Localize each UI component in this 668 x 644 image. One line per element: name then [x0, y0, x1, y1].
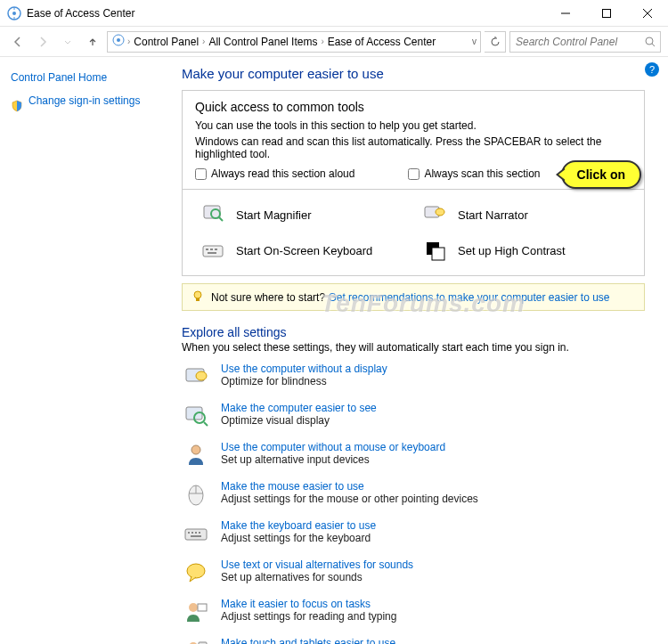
shield-icon — [11, 100, 23, 112]
svg-rect-40 — [191, 535, 201, 537]
main-panel: ? Make your computer easier to use Quick… — [178, 57, 668, 644]
narrator-icon — [422, 202, 447, 227]
app-icon — [7, 6, 21, 20]
svg-point-42 — [189, 603, 198, 612]
always-scan-checkbox[interactable]: Always scan this section — [408, 167, 540, 180]
svg-line-30 — [204, 422, 208, 426]
magnifier-icon — [200, 202, 225, 227]
svg-rect-36 — [188, 532, 190, 534]
page-title: Make your computer easier to use — [182, 66, 645, 81]
sidebar: Control Panel Home Change sign-in settin… — [0, 57, 178, 644]
breadcrumb-item[interactable]: Ease of Access Center — [326, 36, 437, 48]
mouse-icon — [182, 480, 210, 509]
setting-link[interactable]: Make the keyboard easier to use — [221, 519, 376, 532]
back-button[interactable] — [7, 31, 29, 53]
recommendations-link[interactable]: Get recommendations to make your compute… — [328, 291, 609, 304]
lightbulb-icon — [191, 289, 204, 305]
svg-rect-20 — [215, 249, 217, 250]
setting-row: Make the keyboard easier to useAdjust se… — [182, 519, 645, 548]
display-off-icon — [182, 363, 210, 391]
setting-link[interactable]: Make touch and tablets easier to use — [221, 637, 395, 644]
setting-desc: Adjust settings for the keyboard — [221, 532, 376, 544]
forward-button[interactable] — [32, 31, 53, 53]
svg-rect-21 — [208, 252, 216, 254]
always-read-checkbox[interactable]: Always read this section aloud — [195, 167, 354, 180]
touch-icon — [182, 637, 210, 644]
titlebar: Ease of Access Center — [0, 0, 668, 27]
svg-rect-5 — [603, 9, 611, 17]
svg-point-16 — [436, 208, 444, 216]
setting-desc: Set up alternatives for sounds — [221, 571, 413, 583]
keyboard-setting-icon — [182, 519, 210, 548]
help-icon[interactable]: ? — [645, 62, 659, 77]
keyboard-icon — [200, 238, 225, 263]
setting-desc: Optimize for blindness — [221, 375, 387, 387]
recent-dropdown[interactable] — [57, 31, 78, 53]
svg-point-31 — [191, 445, 200, 454]
quick-access-desc: You can use the tools in this section to… — [195, 119, 631, 132]
window-title: Ease of Access Center — [27, 7, 545, 20]
svg-point-10 — [646, 37, 653, 45]
start-osk-link[interactable]: Start On-Screen Keyboard — [200, 238, 404, 263]
content: Control Panel Home Change sign-in settin… — [0, 57, 668, 644]
setting-row: Make the computer easier to seeOptimize … — [182, 402, 645, 430]
breadcrumb-item[interactable]: Control Panel — [132, 36, 200, 48]
speech-bubble-icon — [182, 558, 210, 587]
close-button[interactable] — [627, 0, 668, 27]
search-box[interactable] — [509, 31, 661, 53]
setting-desc: Optimize visual display — [221, 414, 377, 427]
setting-link[interactable]: Make the computer easier to see — [221, 402, 377, 414]
start-magnifier-link[interactable]: Start Magnifier — [200, 202, 404, 227]
svg-rect-18 — [206, 249, 208, 250]
svg-point-41 — [187, 564, 205, 578]
change-signin-settings-link[interactable]: Change sign-in settings — [29, 94, 140, 107]
recommendations-bar: Not sure where to start? Get recommendat… — [182, 283, 645, 311]
search-input[interactable] — [516, 36, 645, 48]
up-button[interactable] — [82, 31, 103, 53]
setting-row: Use the computer without a displayOptimi… — [182, 363, 645, 391]
minimize-button[interactable] — [545, 0, 586, 27]
svg-rect-17 — [203, 246, 223, 257]
setting-row: Make touch and tablets easier to useAdju… — [182, 637, 645, 644]
search-icon — [645, 37, 655, 47]
contrast-icon — [422, 238, 447, 263]
setting-link[interactable]: Use text or visual alternatives for soun… — [221, 558, 413, 571]
setting-link[interactable]: Make it easier to focus on tasks — [221, 598, 396, 610]
svg-rect-19 — [210, 249, 213, 250]
maximize-button[interactable] — [586, 0, 627, 27]
address-dropdown-icon[interactable]: v — [472, 37, 477, 46]
svg-line-14 — [219, 217, 223, 221]
svg-point-9 — [117, 38, 120, 42]
quick-access-title: Quick access to common tools — [195, 100, 631, 114]
svg-line-11 — [652, 44, 655, 46]
high-contrast-link[interactable]: Set up High Contrast — [422, 238, 626, 263]
svg-rect-37 — [191, 532, 193, 534]
svg-rect-39 — [199, 532, 200, 534]
setting-row: Make it easier to focus on tasksAdjust s… — [182, 598, 645, 626]
svg-rect-43 — [198, 604, 207, 611]
setting-link[interactable]: Use the computer without a display — [221, 363, 387, 375]
tool-label: Set up High Contrast — [458, 244, 566, 257]
focus-icon — [182, 598, 210, 626]
window-controls — [545, 0, 668, 27]
easier-see-icon — [182, 402, 210, 430]
breadcrumb-item[interactable]: All Control Panel Items — [207, 36, 319, 48]
setting-link[interactable]: Make the mouse easier to use — [221, 480, 478, 493]
tool-label: Start On-Screen Keyboard — [236, 244, 372, 257]
explore-title: Explore all settings — [182, 325, 645, 339]
tools-grid: Start Magnifier Start Narrator Start On-… — [182, 190, 645, 276]
svg-point-1 — [12, 12, 16, 15]
setting-desc: Adjust settings for the mouse or other p… — [221, 493, 478, 505]
hint-prefix: Not sure where to start? — [211, 291, 328, 304]
setting-row: Use the computer without a mouse or keyb… — [182, 441, 645, 469]
setting-desc: Adjust settings for reading and typing — [221, 610, 396, 623]
refresh-button[interactable] — [485, 31, 506, 53]
svg-rect-38 — [195, 532, 197, 534]
setting-link[interactable]: Use the computer without a mouse or keyb… — [221, 441, 445, 453]
quick-access-desc2: Windows can read and scan this list auto… — [195, 135, 631, 160]
chevron-right-icon: › — [127, 37, 130, 46]
chevron-right-icon: › — [321, 37, 323, 46]
control-panel-home-link[interactable]: Control Panel Home — [11, 71, 167, 84]
address-bar[interactable]: › Control Panel › All Control Panel Item… — [107, 31, 481, 53]
start-narrator-link[interactable]: Start Narrator — [422, 202, 626, 227]
